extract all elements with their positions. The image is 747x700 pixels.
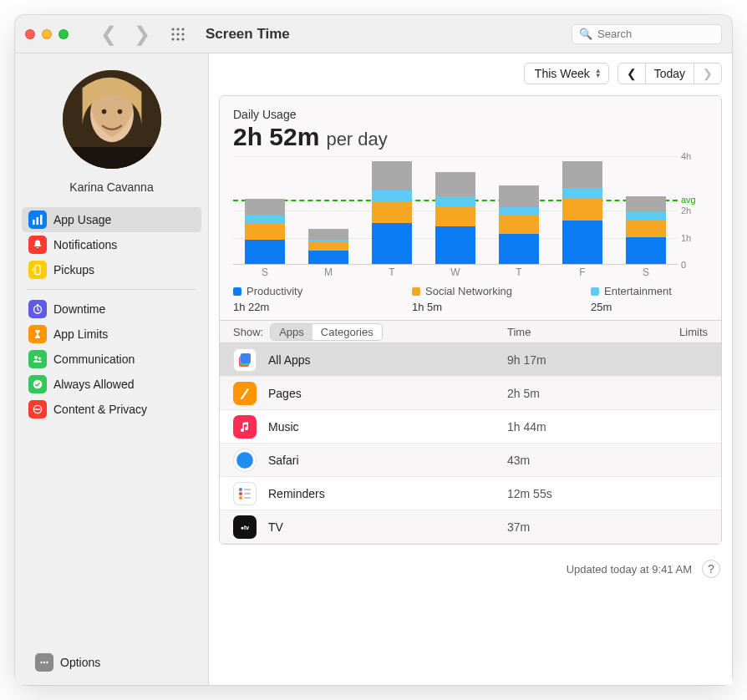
bar[interactable] (245, 199, 285, 264)
list-row[interactable]: Reminders12m 55s (220, 477, 721, 510)
sidebar-item-app-usage[interactable]: App Usage (22, 207, 201, 232)
sidebar-item-pickups[interactable]: Pickups (22, 257, 201, 282)
app-name: Reminders (268, 487, 507, 500)
back-button[interactable]: ❮ (92, 24, 125, 44)
close-window[interactable] (25, 29, 35, 39)
legend-label: Social Networking (425, 285, 512, 297)
search-field[interactable]: 🔍 (572, 24, 722, 44)
ytick: 2h (681, 205, 708, 216)
hourglass-icon (28, 325, 47, 343)
daily-usage-value: 2h 52m per day (233, 123, 708, 151)
sidebar-item-downtime[interactable]: Downtime (22, 297, 201, 322)
next-day-button[interactable]: ❯ (694, 63, 721, 84)
list-row[interactable]: Music1h 44m (220, 410, 721, 444)
sidebar-item-label: Pickups (53, 263, 94, 276)
bar[interactable] (499, 185, 539, 264)
daily-usage-heading: Daily Usage (233, 108, 708, 121)
view-option-apps[interactable]: Apps (271, 324, 313, 340)
xtick: S (233, 265, 297, 278)
legend-value: 1h 5m (412, 301, 591, 313)
svg-point-39 (239, 496, 242, 500)
xtick: T (360, 265, 424, 278)
xtick: M (297, 265, 360, 278)
pickups-icon (28, 261, 47, 279)
sidebar-item-app-limits[interactable]: App Limits (22, 322, 201, 347)
usage-panel: Daily Usage 2h 52m per day 4h2h1h0avg SM… (219, 95, 722, 545)
svg-point-20 (34, 356, 38, 359)
ytick: 0 (681, 260, 708, 270)
sidebar-item-label: App Usage (53, 213, 111, 226)
ytick: 1h (681, 233, 708, 243)
app-usage-icon (28, 211, 47, 229)
svg-rect-19 (37, 304, 38, 305)
sidebar-item-label: Notifications (53, 238, 117, 251)
app-time: 2h 5m (507, 387, 649, 400)
svg-rect-13 (72, 147, 150, 169)
sidebar-divider (27, 289, 196, 290)
legend-label: Productivity (246, 285, 302, 297)
bar[interactable] (562, 161, 602, 265)
period-popup[interactable]: This Week ▲▼ (524, 63, 609, 84)
svg-point-4 (176, 33, 179, 35)
window-controls (25, 29, 69, 39)
avatar[interactable] (63, 70, 161, 169)
search-input[interactable] (597, 28, 738, 40)
view-toggle[interactable]: Apps Categories (270, 323, 383, 341)
app-name: Music (268, 420, 507, 434)
app-icon (233, 482, 257, 505)
sidebar-item-content-privacy[interactable]: Content & Privacy (22, 397, 201, 422)
app-icon: ●tv (233, 515, 257, 539)
help-button[interactable]: ? (702, 560, 720, 578)
app-name: Safari (268, 454, 507, 467)
chart: 4h2h1h0avg SMTWTFS (233, 156, 708, 278)
bar[interactable] (308, 229, 348, 264)
sidebar-item-always-allowed[interactable]: Always Allowed (22, 372, 201, 397)
forward-button[interactable]: ❯ (125, 24, 159, 44)
profile: Karina Cavanna (15, 60, 208, 207)
app-icon (233, 415, 257, 439)
sidebar-item-label: Always Allowed (53, 378, 135, 391)
list-row[interactable]: Safari43m (220, 444, 721, 477)
svg-point-12 (117, 109, 122, 114)
app-time: 1h 44m (507, 420, 649, 434)
app-list: All Apps9h 17mPages2h 5mMusic1h 44mSafar… (220, 343, 721, 544)
sidebar-item-communication[interactable]: Communication (22, 347, 201, 372)
app-name: All Apps (268, 353, 507, 367)
svg-rect-25 (35, 408, 41, 410)
today-button[interactable]: Today (646, 63, 694, 84)
main-content: This Week ▲▼ ❮ Today ❯ Daily Usage 2h 52… (209, 53, 732, 685)
svg-rect-38 (244, 493, 251, 495)
window: ❮ ❯ Screen Time 🔍 (15, 15, 732, 685)
list-row[interactable]: Pages2h 5m (220, 377, 721, 410)
svg-rect-40 (244, 497, 251, 499)
ellipsis-icon (35, 653, 53, 672)
minimize-window[interactable] (42, 29, 52, 39)
list-row[interactable]: All Apps9h 17m (220, 343, 721, 377)
bar[interactable] (626, 196, 666, 264)
app-time: 43m (507, 454, 649, 467)
svg-point-0 (171, 28, 174, 30)
zoom-window[interactable] (58, 29, 69, 39)
prev-day-button[interactable]: ❮ (618, 63, 645, 84)
svg-point-3 (171, 33, 174, 35)
period-toolbar: This Week ▲▼ ❮ Today ❯ (209, 53, 732, 94)
svg-point-5 (181, 33, 184, 35)
legend: Productivity 1h 22m Social Networking 1h… (233, 285, 708, 313)
legend-swatch-entertainment (591, 287, 599, 296)
pane-title: Screen Time (206, 26, 290, 43)
svg-point-8 (181, 38, 184, 40)
list-row[interactable]: ●tvTV37m (220, 510, 721, 544)
svg-point-26 (40, 662, 42, 663)
sidebar-item-options[interactable]: Options (28, 650, 195, 675)
show-all-preferences-icon[interactable] (170, 27, 185, 42)
svg-rect-31 (241, 353, 251, 363)
chart-section: Daily Usage 2h 52m per day 4h2h1h0avg SM… (220, 96, 721, 320)
username: Karina Cavanna (69, 180, 153, 194)
sidebar-item-notifications[interactable]: Notifications (22, 232, 201, 257)
bar[interactable] (435, 172, 475, 265)
bar[interactable] (372, 161, 412, 265)
app-icon (233, 348, 257, 372)
view-option-categories[interactable]: Categories (313, 324, 382, 340)
xtick: W (424, 265, 487, 278)
app-time: 37m (507, 520, 649, 534)
